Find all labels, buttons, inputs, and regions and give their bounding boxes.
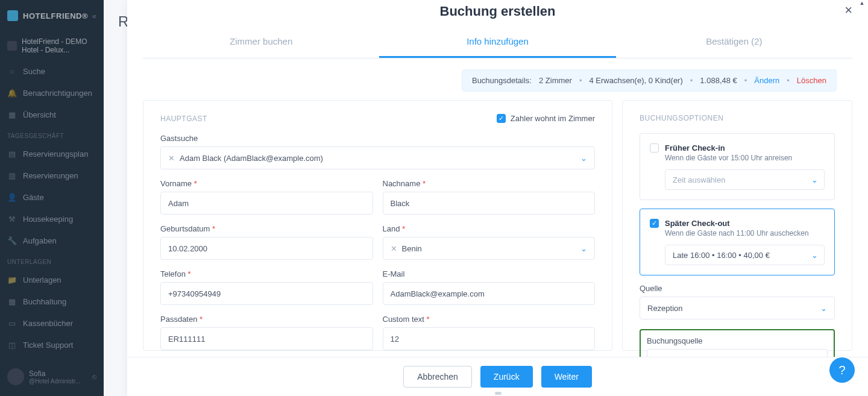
sidebar-item-label: Buchhaltung bbox=[23, 297, 66, 306]
sidebar-item-label: Ticket Support bbox=[23, 341, 73, 350]
phone-label: Telefon bbox=[160, 269, 373, 278]
cash-icon: ▭ bbox=[7, 318, 17, 328]
lastname-input[interactable] bbox=[391, 199, 588, 208]
tab-bestaetigen[interactable]: Bestätigen (2) bbox=[616, 27, 852, 58]
sidebar-item-label: Reservierungsplan bbox=[23, 149, 88, 159]
logout-icon[interactable]: ⎋ bbox=[92, 372, 96, 381]
avatar bbox=[7, 368, 24, 385]
late-checkout-checkbox[interactable] bbox=[650, 219, 659, 228]
guest-search-select[interactable]: ✕ Adam Black (AdamBlack@example.com) ⌄ bbox=[160, 146, 595, 169]
summary-change-link[interactable]: Ändern bbox=[754, 76, 779, 85]
tab-info-hinzufuegen[interactable]: Info hinzufügen bbox=[379, 27, 615, 58]
early-checkin-placeholder: Zeit auswählen bbox=[673, 175, 725, 184]
firstname-label: Vorname bbox=[160, 179, 373, 188]
sidebar-user[interactable]: Sofia @Hotel Administr... ⎋ bbox=[0, 363, 104, 390]
custom-text-input[interactable] bbox=[391, 335, 588, 344]
sidebar-item-label: Gäste bbox=[23, 193, 44, 202]
modal-footer: Abbrechen Zurück Weiter bbox=[127, 357, 868, 396]
sidebar-item-gaeste[interactable]: 👤Gäste bbox=[0, 186, 104, 208]
tab-zimmer-buchen[interactable]: Zimmer buchen bbox=[143, 27, 379, 58]
scroll-up-icon[interactable]: ▲ bbox=[860, 0, 865, 6]
modal-tabs: Zimmer buchen Info hinzufügen Bestätigen… bbox=[143, 27, 852, 58]
summary-price: 1.088,48 € bbox=[700, 76, 737, 85]
dob-input[interactable] bbox=[168, 244, 365, 253]
chevron-down-icon: ⌄ bbox=[811, 175, 818, 184]
sidebar-item-label: Kassenbücher bbox=[23, 319, 73, 328]
clear-country-icon[interactable]: ✕ bbox=[391, 244, 397, 253]
search-icon: ○ bbox=[7, 66, 17, 76]
early-checkin-time-select[interactable]: Zeit auswählen ⌄ bbox=[665, 169, 825, 190]
booking-summary-bar: Buchungsdetails: 2 Zimmer • 4 Erwachsen(… bbox=[462, 69, 837, 92]
source-label: Quelle bbox=[640, 284, 835, 293]
sidebar-section-docs: UNTERLAGEN bbox=[0, 251, 104, 269]
close-icon[interactable]: × bbox=[844, 2, 852, 18]
early-checkin-title: Früher Check-in bbox=[665, 143, 825, 152]
sidebar-item-label: Übersicht bbox=[23, 110, 56, 119]
lastname-label: Nachname bbox=[383, 179, 596, 188]
user-name: Sofia bbox=[29, 369, 80, 378]
resize-grip[interactable]: |||||||||||||||||||||||||||| bbox=[474, 391, 522, 395]
chevron-down-icon: ⌄ bbox=[811, 251, 818, 260]
main-guest-section-title: HAUPTGAST bbox=[160, 115, 207, 123]
user-role: @Hotel Administr... bbox=[29, 378, 80, 385]
email-label: E-Mail bbox=[383, 269, 596, 278]
sidebar-item-kassenbuecher[interactable]: ▭Kassenbücher bbox=[0, 312, 104, 334]
country-value: Benin bbox=[402, 244, 422, 253]
brand-name: HOTELFRIEND® bbox=[23, 11, 88, 20]
late-checkout-title: Später Check-out bbox=[665, 219, 825, 228]
custom-text-label: Custom text bbox=[383, 315, 596, 324]
list-icon: ▥ bbox=[7, 171, 17, 180]
sidebar-item-ticket-support[interactable]: ◫Ticket Support bbox=[0, 334, 104, 356]
email-input[interactable] bbox=[391, 289, 588, 298]
sidebar-item-housekeeping[interactable]: ⚒Housekeeping bbox=[0, 208, 104, 230]
sidebar-item-label: Housekeeping bbox=[23, 215, 73, 224]
late-checkout-desc: Wenn die Gäste nach 11:00 Uhr auschecken bbox=[665, 229, 825, 237]
bell-icon: 🔔 bbox=[7, 88, 17, 98]
logo-row: HOTELFRIEND® « bbox=[0, 0, 104, 31]
clear-booking-source-icon[interactable]: ✕ bbox=[655, 356, 661, 357]
ledger-icon: ▦ bbox=[7, 297, 17, 306]
late-checkout-value: Late 16:00 • 16:00 • 40,00 € bbox=[673, 251, 770, 260]
sidebar-item-search[interactable]: ○Suche bbox=[0, 60, 104, 82]
broom-icon: ⚒ bbox=[7, 214, 17, 224]
hotel-selector[interactable]: HotelFriend - DEMO Hotel - Delux... bbox=[0, 31, 104, 60]
early-checkin-card: Früher Check-in Wenn die Gäste vor 15:00… bbox=[640, 133, 835, 200]
sidebar-item-reservierungen[interactable]: ▥Reservierungen bbox=[0, 165, 104, 186]
sidebar-item-buchhaltung[interactable]: ▦Buchhaltung bbox=[0, 291, 104, 312]
sidebar-section-daily: TAGESGESCHÄFT bbox=[0, 125, 104, 143]
passport-input[interactable] bbox=[168, 335, 365, 344]
sidebar-item-overview[interactable]: ▦Übersicht bbox=[0, 104, 104, 125]
summary-delete-link[interactable]: Löschen bbox=[797, 76, 826, 85]
booking-source-select[interactable]: ✕ Sources for distributors ⌄ bbox=[647, 349, 828, 357]
sidebar-item-label: Suche bbox=[23, 67, 45, 76]
phone-input[interactable] bbox=[168, 289, 365, 298]
source-select[interactable]: Rezeption ⌄ bbox=[640, 297, 835, 319]
help-fab[interactable]: ? bbox=[829, 357, 855, 383]
country-select[interactable]: ✕ Benin ⌄ bbox=[383, 237, 596, 260]
main-guest-panel: HAUPTGAST Zahler wohnt im Zimmer Gastsuc… bbox=[143, 100, 612, 351]
late-checkout-time-select[interactable]: Late 16:00 • 16:00 • 40,00 € ⌄ bbox=[665, 245, 825, 265]
sidebar-item-reservierungsplan[interactable]: ▤Reservierungsplan bbox=[0, 143, 104, 165]
booking-source-value: Sources for distributors bbox=[666, 356, 747, 357]
back-button[interactable]: Zurück bbox=[480, 366, 533, 388]
sidebar-item-aufgaben[interactable]: 🔧Aufgaben bbox=[0, 230, 104, 251]
sidebar-item-label: Unterlagen bbox=[23, 275, 61, 284]
source-value: Rezeption bbox=[647, 304, 683, 313]
next-button[interactable]: Weiter bbox=[541, 366, 592, 388]
payer-in-room-checkbox[interactable] bbox=[497, 114, 506, 123]
cancel-button[interactable]: Abbrechen bbox=[403, 366, 472, 388]
summary-rooms: 2 Zimmer bbox=[539, 76, 572, 85]
early-checkin-checkbox[interactable] bbox=[650, 143, 659, 152]
summary-guests: 4 Erwachsen(e), 0 Kind(er) bbox=[589, 76, 682, 85]
user-icon: 👤 bbox=[7, 192, 17, 202]
booking-source-highlight: Buchungsquelle ✕ Sources for distributor… bbox=[640, 329, 835, 357]
clear-guest-icon[interactable]: ✕ bbox=[168, 154, 175, 163]
sidebar-item-unterlagen[interactable]: 📁Unterlagen bbox=[0, 269, 104, 291]
sidebar-item-label: Reservierungen bbox=[23, 171, 78, 180]
sidebar-item-label: Benachrichtigungen bbox=[23, 89, 92, 98]
collapse-sidebar-icon[interactable]: « bbox=[92, 11, 96, 20]
grid-icon: ▦ bbox=[7, 110, 17, 119]
firstname-input[interactable] bbox=[168, 199, 365, 208]
sidebar-item-notifications[interactable]: 🔔Benachrichtigungen bbox=[0, 82, 104, 104]
calendar-icon: ▤ bbox=[7, 149, 17, 159]
